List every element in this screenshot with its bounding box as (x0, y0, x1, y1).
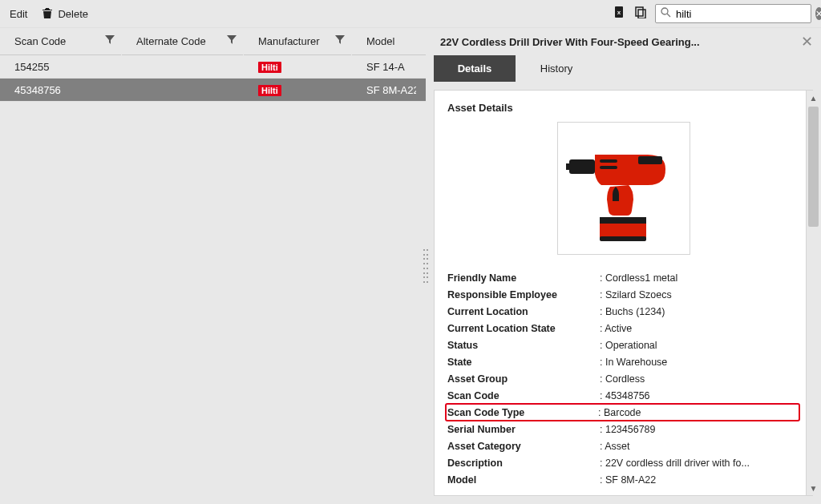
svg-rect-3 (638, 10, 645, 18)
detail-pane: 22V Cordless Drill Driver With Four-Spee… (426, 28, 821, 504)
field-row: Current Location StateActive (447, 320, 799, 337)
column-header-scan-code[interactable]: Scan Code (0, 28, 122, 55)
cell-scan-code: 45348756 (0, 84, 122, 96)
clear-search-icon[interactable]: ✕ (815, 7, 821, 20)
filter-icon[interactable] (227, 35, 237, 47)
toolbar-left: Edit Delete (10, 6, 88, 22)
copy-icon[interactable] (634, 6, 647, 22)
top-toolbar: Edit Delete x ✕ (0, 0, 821, 28)
detail-title: 22V Cordless Drill Driver With Four-Spee… (440, 36, 700, 48)
field-label: Friendly Name (447, 272, 600, 284)
field-row: Scan Code TypeBarcode (446, 404, 799, 421)
panel-content: Friendly NameCordless1 metalResponsible … (435, 122, 812, 501)
field-label: Scan Code Type (447, 407, 598, 418)
field-row: Current LocationBuchs (1234) (447, 303, 799, 320)
table-row[interactable]: 154255 Hilti SF 14-A (0, 55, 426, 79)
filter-icon[interactable] (105, 35, 115, 47)
field-label: Asset Category (447, 441, 600, 452)
column-header-alternate-code[interactable]: Alternate Code (122, 28, 244, 55)
table-row[interactable]: 45348756 Hilti SF 8M-A22 (0, 79, 426, 102)
scrollbar[interactable]: ▲ ▼ (806, 91, 820, 495)
field-row: StateIn Warehouse (447, 353, 799, 370)
cell-model: SF 14-A (352, 61, 416, 73)
cell-scan-code: 154255 (0, 61, 122, 73)
content: Scan Code Alternate Code Manufacturer Mo… (0, 28, 821, 504)
field-value: Cordless1 metal (600, 272, 799, 284)
svg-rect-7 (566, 163, 571, 170)
svg-rect-10 (600, 166, 617, 169)
field-label: State (447, 357, 600, 368)
svg-line-5 (667, 14, 670, 17)
column-label: Scan Code (14, 35, 66, 47)
column-label: Manufacturer (258, 35, 320, 47)
field-row: Serial Number123456789 (447, 421, 799, 437)
grid-body: 154255 Hilti SF 14-A 45348756 Hilti SF 8… (0, 55, 426, 102)
field-label: Serial Number (447, 424, 600, 435)
field-value: Szilard Szoecs (600, 289, 799, 300)
field-value: 45348756 (600, 390, 799, 401)
svg-rect-8 (638, 156, 662, 164)
detail-header: 22V Cordless Drill Driver With Four-Spee… (426, 28, 821, 55)
field-value: 123456789 (600, 424, 799, 435)
scroll-up-icon[interactable]: ▲ (807, 91, 820, 105)
edit-button[interactable]: Edit (10, 8, 27, 20)
tab-history[interactable]: History (516, 55, 597, 82)
column-label: Alternate Code (136, 35, 206, 47)
field-list: Friendly NameCordless1 metalResponsible … (447, 269, 799, 488)
field-row: Scan Code45348756 (447, 387, 799, 404)
field-row: Asset CategoryAsset (447, 437, 799, 454)
field-row: ModelSF 8M-A22 (447, 471, 799, 488)
grid-header-row: Scan Code Alternate Code Manufacturer Mo… (0, 28, 426, 55)
search-box: ✕ (655, 4, 811, 23)
field-value: Operational (600, 340, 799, 351)
svg-rect-2 (636, 7, 643, 16)
field-label: Responsible Employee (447, 289, 600, 300)
column-label: Model (366, 35, 394, 47)
field-value: Cordless (600, 373, 799, 385)
field-value: Barcode (598, 407, 798, 418)
field-value: Active (600, 323, 799, 334)
field-row: Responsible EmployeeSzilard Szoecs (447, 286, 799, 303)
hilti-badge: Hilti (258, 85, 281, 96)
search-icon (661, 7, 671, 20)
field-row: StatusOperational (447, 337, 799, 353)
cell-manufacturer: Hilti (244, 84, 352, 96)
svg-rect-13 (600, 236, 646, 241)
field-row: Friendly NameCordless1 metal (447, 269, 799, 286)
filter-icon[interactable] (335, 35, 345, 47)
svg-text:x: x (617, 9, 621, 16)
field-value: Asset (600, 441, 799, 452)
panel-title: Asset Details (435, 91, 812, 122)
tab-bar: Details History (426, 55, 821, 82)
search-input[interactable] (676, 5, 811, 22)
field-row: Asset GroupCordless (447, 370, 799, 387)
delete-label: Delete (58, 8, 88, 20)
field-label: Asset Group (447, 373, 600, 385)
field-label: Status (447, 340, 600, 351)
asset-details-panel: Asset Details (434, 90, 813, 496)
close-icon[interactable]: ✕ (801, 33, 813, 50)
field-value: SF 8M-A22 (600, 474, 799, 486)
cell-model: SF 8M-A22 (352, 84, 416, 96)
column-header-model[interactable]: Model (352, 28, 416, 55)
field-value: Buchs (1234) (600, 306, 799, 317)
field-row: Description22V cordless drill driver wit… (447, 454, 799, 471)
field-value: In Warehouse (600, 357, 799, 368)
asset-grid: Scan Code Alternate Code Manufacturer Mo… (0, 28, 426, 504)
tab-details[interactable]: Details (434, 55, 516, 82)
toolbar-right: x ✕ (613, 4, 811, 23)
field-label: Description (447, 458, 600, 469)
scroll-thumb[interactable] (808, 107, 819, 227)
field-value: 22V cordless drill driver with fo... (600, 458, 799, 469)
export-icon[interactable]: x (613, 6, 626, 22)
field-label: Model (447, 474, 600, 486)
cell-manufacturer: Hilti (244, 61, 352, 73)
svg-point-4 (661, 8, 668, 14)
field-label: Scan Code (447, 390, 600, 401)
asset-image (557, 122, 690, 255)
svg-rect-9 (600, 159, 617, 163)
delete-button[interactable]: Delete (42, 6, 88, 22)
scroll-down-icon[interactable]: ▼ (807, 481, 820, 495)
column-header-manufacturer[interactable]: Manufacturer (244, 28, 352, 55)
svg-rect-12 (600, 217, 646, 224)
